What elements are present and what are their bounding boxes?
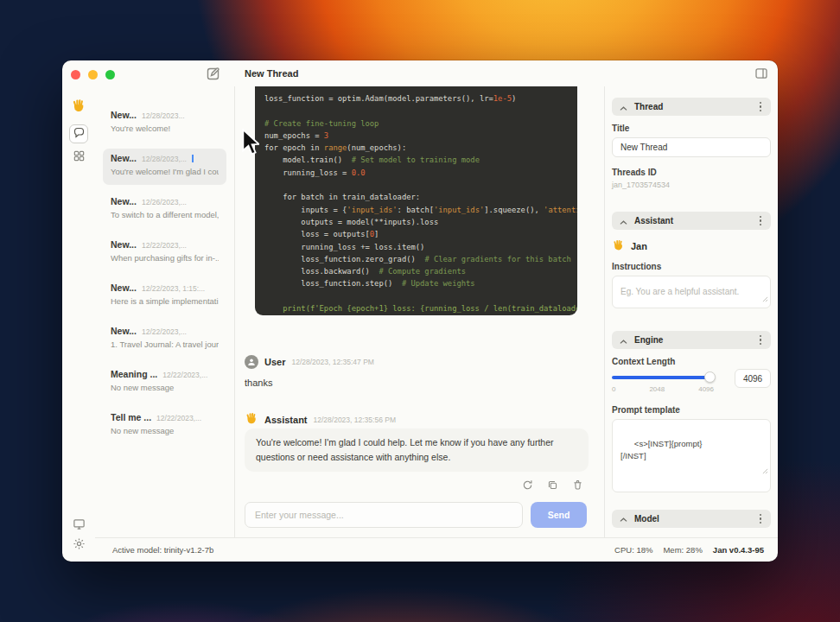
thread-list: New...12/28/2023...You're welcome!New...… (95, 86, 235, 537)
panel-title: Assistant (634, 216, 673, 225)
window-title: New Thread (245, 68, 298, 79)
thread-date: 12/26/2023,... (142, 198, 187, 206)
threads-id-label: Threads ID (612, 168, 771, 177)
code-line: loss = outputs[0] (264, 228, 568, 240)
code-line: for epoch in range(num_epochs): (264, 142, 568, 154)
thread-list-item[interactable]: New...12/22/2023,...When purchasing gift… (103, 235, 226, 271)
context-length-control: 0 2048 4096 4096 (612, 369, 771, 393)
assistant-message-text: You're welcome! I'm glad I could help. L… (245, 428, 589, 472)
regenerate-icon (522, 480, 533, 493)
status-bar: Active model: trinity-v1.2-7b CPU: 18% M… (95, 537, 778, 562)
thread-date: 12/28/2023... (142, 111, 185, 120)
context-length-value[interactable]: 4096 (735, 369, 771, 388)
code-line: inputs = {'input_ids': batch['input_ids'… (264, 204, 568, 216)
chevron-up-icon (620, 511, 627, 526)
code-line: # Create fine-tuning loop (264, 117, 568, 130)
thread-title: New... (111, 239, 137, 250)
left-icon-rail (62, 86, 95, 562)
toggle-right-panel-button[interactable] (754, 67, 768, 81)
thread-list-item[interactable]: New...12/26/2023,...To switch to a diffe… (103, 192, 226, 228)
thread-preview: You're welcome! (111, 124, 219, 133)
code-line: num_epochs = 3 (264, 130, 568, 142)
prompt-template-value: <s>[INST]{prompt} [/INST] (620, 439, 703, 460)
cpu-usage: CPU: 18% (614, 545, 652, 555)
assistant-menu-button[interactable] (758, 214, 764, 228)
thread-preview: No new message (111, 383, 219, 392)
engine-menu-button[interactable] (758, 333, 764, 347)
thread-list-item[interactable]: New...12/28/2023...You're welcome! (103, 105, 226, 142)
message-author: Assistant (264, 415, 308, 425)
thread-menu-button[interactable] (758, 100, 764, 114)
close-window-button[interactable] (71, 70, 80, 79)
engine-panel-header[interactable]: Engine (612, 331, 771, 349)
monitor-icon (73, 517, 86, 533)
thread-date: 12/22/2023,... (142, 327, 187, 336)
model-menu-button[interactable] (758, 512, 764, 526)
regenerate-button[interactable] (521, 479, 533, 492)
thread-list-item[interactable]: Tell me ...12/22/2023,...No new message (103, 408, 226, 444)
app-version: Jan v0.4.3-95 (713, 545, 764, 555)
delete-button[interactable] (571, 479, 583, 492)
slider-thumb[interactable] (704, 371, 716, 383)
thread-title-input[interactable] (612, 137, 771, 157)
thread-list-item[interactable]: New...12/22/2023,...1. Travel Journal: A… (103, 321, 226, 358)
model-panel-header[interactable]: Model (612, 510, 771, 528)
trash-icon (572, 480, 583, 493)
copy-button[interactable] (546, 479, 558, 492)
minimize-window-button[interactable] (88, 70, 98, 79)
thread-title: Meaning ... (111, 369, 157, 379)
thread-preview: Here is a simple implementati... (111, 296, 219, 306)
thread-list-item[interactable]: New...12/28/2023,...You're welcome! I'm … (103, 149, 226, 185)
resize-handle-icon[interactable] (762, 290, 768, 306)
thread-panel-header[interactable]: Thread (612, 98, 771, 116)
thread-preview: To switch to a different model,... (111, 210, 219, 219)
code-line: print(f'Epoch {epoch+1} loss: {running_l… (264, 302, 568, 314)
panel-toggle-icon (754, 70, 768, 83)
chat-bubble-icon (73, 126, 86, 142)
chevron-up-icon (620, 213, 627, 229)
message-timestamp: 12/28/2023, 12:35:47 PM (291, 358, 373, 366)
prompt-template-label: Prompt template (612, 405, 771, 415)
message-timestamp: 12/28/2023, 12:35:56 PM (314, 416, 396, 424)
message-input[interactable] (245, 502, 523, 528)
thread-list-item[interactable]: New...12/22/2023, 1:15:...Here is a simp… (103, 278, 226, 314)
instructions-textarea[interactable]: Eg. You are a helpful assistant. (612, 276, 771, 308)
panel-title: Engine (634, 335, 663, 345)
send-button[interactable]: Send (531, 502, 587, 528)
settings-panel: Thread Title Threads ID jan_1703574534 A… (605, 86, 778, 537)
thread-date: 12/22/2023,... (142, 241, 187, 250)
code-line (264, 179, 568, 191)
thread-title: New... (111, 282, 137, 293)
panel-title: Model (634, 514, 659, 524)
assistant-panel-header[interactable]: Assistant (612, 212, 771, 230)
thread-list-item[interactable]: Meaning ...12/22/2023,...No new message (103, 365, 226, 401)
thread-preview: No new message (111, 426, 219, 435)
threads-nav-button[interactable] (69, 124, 88, 143)
settings-button[interactable] (69, 536, 88, 555)
system-monitor-button[interactable] (69, 516, 88, 535)
thread-title: New... (111, 110, 137, 120)
wave-hand-icon (612, 238, 625, 253)
user-avatar-icon (245, 355, 258, 369)
text-caret (192, 155, 194, 162)
user-message-text: thanks (245, 378, 272, 388)
thread-title: New... (111, 326, 137, 336)
app-window: New Thread (62, 60, 778, 562)
assistant-name-row: Jan (612, 238, 771, 253)
zoom-window-button[interactable] (105, 70, 115, 79)
code-line: for batch in train_dataloader: (264, 191, 568, 203)
new-thread-compose-button[interactable] (206, 66, 221, 81)
grid-icon (73, 149, 86, 165)
wave-hand-icon (69, 96, 88, 115)
chevron-up-icon (620, 99, 627, 115)
message-author: User (264, 357, 285, 367)
resize-handle-icon[interactable] (744, 454, 768, 490)
gear-icon (73, 537, 86, 553)
hub-nav-button[interactable] (69, 148, 88, 167)
prompt-template-textarea[interactable]: <s>[INST]{prompt} [/INST] (612, 419, 771, 492)
thread-preview: 1. Travel Journal: A travel journ... (111, 340, 219, 349)
assistant-name: Jan (631, 241, 647, 251)
code-line: model.train() # Set model to training mo… (264, 154, 568, 166)
context-length-slider[interactable] (612, 371, 714, 383)
mem-usage: Mem: 28% (663, 545, 702, 555)
